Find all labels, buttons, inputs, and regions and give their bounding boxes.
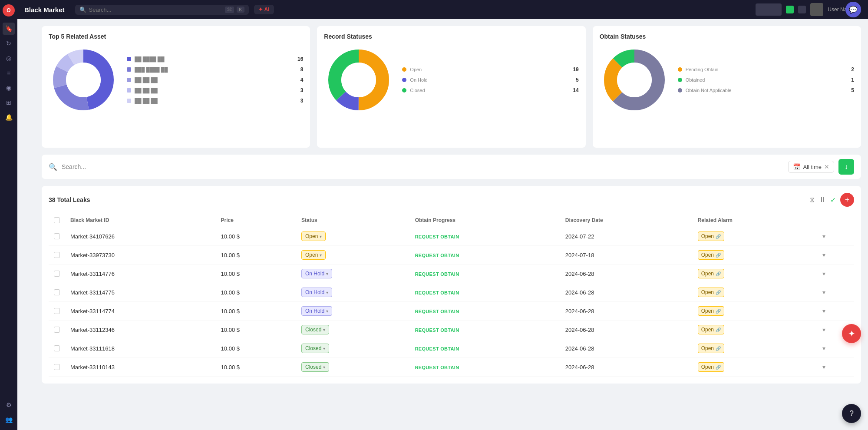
chat-button[interactable]: 💬 <box>845 2 861 17</box>
pause-icon[interactable]: ⏸ <box>819 196 826 204</box>
alarm-badge: Open 🔗 <box>698 362 724 372</box>
search-input[interactable] <box>89 7 223 13</box>
sidebar-item-layers[interactable]: ≡ <box>3 67 15 79</box>
col-status: Status <box>296 214 410 227</box>
top5-legend: ██ ████ ██ 16 ███ ████ ██ 8 ██ ██ ██ 4 <box>127 56 303 104</box>
status-badge[interactable]: Open ▾ <box>301 250 326 260</box>
obtain-statuses-card: Obtain Statuses Pending Obtain <box>593 26 861 148</box>
obtain-button[interactable]: REQUEST OBTAIN <box>415 290 459 295</box>
ai-button[interactable]: ✦ AI <box>254 5 274 14</box>
table-actions: ⧖ ⏸ ✓ + <box>810 193 854 207</box>
table-section: 38 Total Leaks ⧖ ⏸ ✓ + Black Market ID P… <box>42 186 861 384</box>
obtain-button[interactable]: REQUEST OBTAIN <box>415 365 459 370</box>
alarm-link-icon[interactable]: 🔗 <box>716 271 721 276</box>
row-checkbox[interactable] <box>54 271 60 277</box>
sidebar-item-target[interactable]: ◎ <box>3 52 15 64</box>
check-icon[interactable]: ✓ <box>830 196 836 204</box>
row-alarm: Open 🔗 <box>693 283 817 302</box>
row-checkbox-cell <box>49 302 65 321</box>
sidebar-item-users[interactable]: 👥 <box>3 413 15 426</box>
time-filter[interactable]: 📅 All time ✕ <box>788 161 834 173</box>
obtain-button[interactable]: REQUEST OBTAIN <box>415 346 459 351</box>
legend-item: ██ ██ ██ 3 <box>127 98 303 104</box>
legend-item-onhold: On Hold 5 <box>402 77 578 83</box>
row-expand-icon[interactable]: ▾ <box>822 308 825 314</box>
filter-icon[interactable]: ⧖ <box>810 196 815 204</box>
obtain-button[interactable]: REQUEST OBTAIN <box>415 234 459 239</box>
status-badge[interactable]: On Hold ▾ <box>301 269 332 278</box>
sidebar-item-settings[interactable]: ⚙ <box>3 399 15 411</box>
table-row: Market-33114776 10.00 $ On Hold ▾ REQUES… <box>49 265 854 283</box>
row-expand-icon[interactable]: ▾ <box>822 251 825 258</box>
status-indicator <box>756 3 782 16</box>
status-badge[interactable]: Closed ▾ <box>301 344 329 353</box>
row-checkbox[interactable] <box>54 233 60 239</box>
row-checkbox-cell <box>49 358 65 377</box>
obtain-button[interactable]: REQUEST OBTAIN <box>415 271 459 277</box>
kbd-k: K <box>237 7 244 13</box>
row-checkbox[interactable] <box>54 289 60 295</box>
table-search-input[interactable] <box>62 163 784 170</box>
fab-add-button[interactable]: ✦ <box>842 324 861 343</box>
sidebar-item-grid[interactable]: ⊞ <box>3 96 15 109</box>
sidebar-item-refresh[interactable]: ↻ <box>3 37 15 50</box>
row-expand-icon[interactable]: ▾ <box>822 233 825 240</box>
alarm-link-icon[interactable]: 🔗 <box>716 346 721 351</box>
app-title: Black Market <box>24 6 65 13</box>
row-expand-icon[interactable]: ▾ <box>822 345 825 352</box>
row-obtain: REQUEST OBTAIN <box>410 339 560 358</box>
alarm-link-icon[interactable]: 🔗 <box>716 309 721 314</box>
status-badge[interactable]: On Hold ▾ <box>301 306 332 316</box>
row-obtain: REQUEST OBTAIN <box>410 321 560 339</box>
topbar-search[interactable]: 🔍 ⌘ K <box>75 5 249 15</box>
alarm-link-icon[interactable]: 🔗 <box>716 290 721 295</box>
obtain-statuses-legend: Pending Obtain 2 Obtained 1 Obtain Not A… <box>678 66 854 93</box>
row-checkbox[interactable] <box>54 308 60 314</box>
row-expand-icon[interactable]: ▾ <box>822 364 825 370</box>
select-all-checkbox[interactable] <box>54 217 60 223</box>
sidebar-item-bell[interactable]: 🔔 <box>3 111 15 123</box>
add-button[interactable]: + <box>840 193 854 207</box>
record-statuses-title: Record Statuses <box>324 33 578 40</box>
legend-dot-closed <box>402 88 406 93</box>
row-price: 10.00 $ <box>216 339 296 358</box>
legend-dot <box>127 99 131 103</box>
row-date: 2024-06-28 <box>560 358 693 377</box>
table-header-row: Black Market ID Price Status Obtain Prog… <box>49 214 854 227</box>
alarm-link-icon[interactable]: 🔗 <box>716 365 721 370</box>
obtain-button[interactable]: REQUEST OBTAIN <box>415 253 459 258</box>
export-button[interactable]: ↓ <box>838 159 854 175</box>
row-expand-icon[interactable]: ▾ <box>822 289 825 296</box>
row-expand-cell: ▾ <box>817 358 854 377</box>
row-alarm: Open 🔗 <box>693 302 817 321</box>
calendar-icon: 📅 <box>793 163 800 170</box>
user-avatar[interactable] <box>810 3 823 16</box>
sidebar-item-eye[interactable]: ◉ <box>3 82 15 94</box>
legend-item-obtained: Obtained 1 <box>678 77 854 83</box>
fab-help-button[interactable]: ? <box>842 404 861 423</box>
row-id: Market-33973730 <box>65 246 216 265</box>
alarm-link-icon[interactable]: 🔗 <box>716 253 721 258</box>
obtain-button[interactable]: REQUEST OBTAIN <box>415 309 459 314</box>
row-checkbox[interactable] <box>54 327 60 333</box>
clear-filter-icon[interactable]: ✕ <box>824 163 829 170</box>
row-checkbox[interactable] <box>54 252 60 258</box>
status-badge[interactable]: Open ▾ <box>301 232 326 241</box>
row-expand-icon[interactable]: ▾ <box>822 326 825 333</box>
legend-dot <box>127 88 131 93</box>
row-expand-icon[interactable]: ▾ <box>822 270 825 277</box>
row-checkbox-cell <box>49 321 65 339</box>
alarm-link-icon[interactable]: 🔗 <box>716 327 721 332</box>
grey-indicator <box>798 6 806 13</box>
row-checkbox[interactable] <box>54 345 60 351</box>
status-badge[interactable]: Closed ▾ <box>301 362 329 372</box>
legend-item: ██ ██ ██ 4 <box>127 77 303 83</box>
app-logo[interactable]: O <box>3 4 15 17</box>
row-checkbox[interactable] <box>54 364 60 370</box>
sidebar-item-bookmark[interactable]: 🔖 <box>3 23 15 35</box>
status-badge[interactable]: On Hold ▾ <box>301 288 332 297</box>
status-badge[interactable]: Closed ▾ <box>301 325 329 334</box>
kbd-cmd: ⌘ <box>225 7 234 13</box>
obtain-button[interactable]: REQUEST OBTAIN <box>415 327 459 333</box>
alarm-link-icon[interactable]: 🔗 <box>716 234 721 239</box>
